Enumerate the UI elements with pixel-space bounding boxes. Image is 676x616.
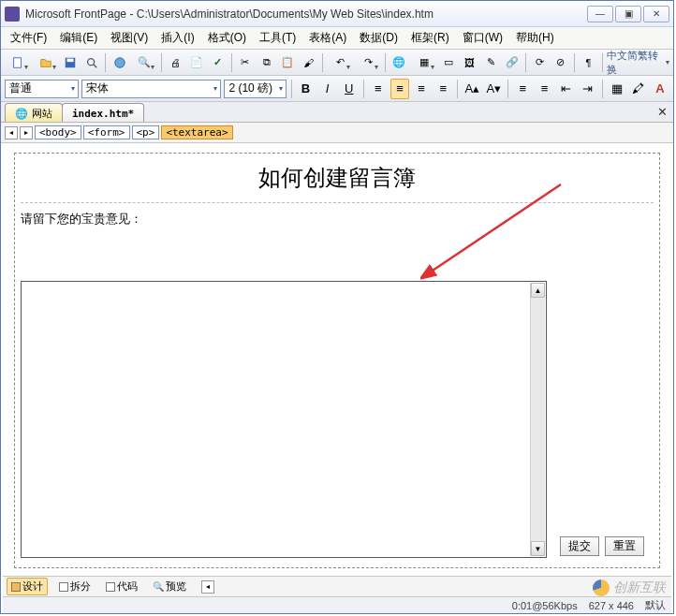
show-all-button[interactable]: ¶ (579, 52, 598, 73)
font-color-button[interactable]: A (651, 79, 669, 99)
textarea-scrollbar[interactable]: ▲ ▼ (530, 283, 545, 556)
textarea-selection[interactable]: ▲ ▼ (21, 281, 554, 558)
align-justify-button[interactable]: ≡ (434, 79, 452, 99)
print-button[interactable]: 🖨 (166, 52, 185, 73)
tab-website[interactable]: 🌐 网站 (5, 103, 63, 122)
menu-edit[interactable]: 编辑(E) (54, 28, 103, 48)
document-path: C:\Users\Administrator\Documents\My Web … (137, 7, 434, 21)
status-bar: 0:01@56Kbps 627 x 446 默认 (3, 596, 671, 613)
reset-button[interactable]: 重置 (605, 536, 644, 556)
insert-picture-button[interactable]: 🖼 (460, 52, 479, 73)
align-center-button[interactable]: ≡ (390, 79, 409, 99)
style-selector[interactable]: 普通 (5, 80, 79, 98)
separator (231, 53, 232, 72)
publish-button[interactable] (110, 52, 129, 73)
svg-point-3 (88, 58, 95, 65)
maximize-button[interactable]: ▣ (615, 6, 641, 22)
cut-button[interactable]: ✂ (236, 52, 256, 73)
outdent-button[interactable]: ⇤ (557, 79, 576, 99)
refresh-button[interactable]: ⟳ (530, 52, 550, 73)
underline-button[interactable]: U (340, 79, 359, 99)
menu-window[interactable]: 窗口(W) (457, 28, 508, 48)
italic-button[interactable]: I (318, 79, 337, 99)
indent-button[interactable]: ⇥ (579, 79, 597, 99)
standard-toolbar: 🔍 🖨 📄 ✓ ✂ ⧉ 📋 🖌 ↶ ↷ 🌐 ▦ ▭ 🖼 ✎ 🔗 ⟳ ⊘ ¶ 中文… (1, 50, 673, 76)
copy-button[interactable]: ⧉ (257, 52, 276, 73)
view-scroll-left[interactable]: ◂ (201, 580, 214, 594)
view-code[interactable]: 代码 (102, 579, 141, 594)
separator (161, 53, 162, 72)
save-button[interactable] (61, 52, 81, 73)
title-bar[interactable]: Microsoft FrontPage - C:\Users\Administr… (1, 1, 673, 27)
highlight-color-button[interactable]: 🖍 (629, 79, 648, 99)
search-button[interactable] (82, 52, 102, 73)
align-right-button[interactable]: ≡ (412, 79, 431, 99)
tag-p[interactable]: <p> (132, 125, 160, 139)
spelling-button[interactable]: ✓ (208, 52, 228, 73)
menu-format[interactable]: 格式(O) (202, 28, 252, 48)
bold-button[interactable]: B (296, 79, 315, 99)
view-preview[interactable]: 🔍预览 (149, 579, 190, 594)
web-component-button[interactable]: 🌐 (389, 52, 409, 73)
increase-font-button[interactable]: A▴ (463, 79, 481, 99)
font-size-selector[interactable]: 2 (10 磅) (224, 80, 286, 98)
menu-view[interactable]: 视图(V) (105, 28, 154, 48)
stop-button[interactable]: ⊘ (551, 52, 571, 73)
separator (291, 80, 292, 98)
menu-data[interactable]: 数据(D) (354, 28, 404, 48)
menu-table[interactable]: 表格(A) (303, 28, 352, 48)
format-painter-button[interactable]: 🖌 (299, 52, 318, 73)
application-window: Microsoft FrontPage - C:\Users\Administr… (0, 0, 674, 614)
view-design[interactable]: 设计 (7, 578, 48, 595)
menu-help[interactable]: 帮助(H) (510, 28, 560, 48)
close-button[interactable]: ✕ (643, 6, 669, 22)
numbered-list-button[interactable]: ≡ (513, 79, 532, 99)
page-heading[interactable]: 如何创建留言簿 (21, 159, 654, 203)
insert-layer-button[interactable]: ▭ (439, 52, 459, 73)
drawing-button[interactable]: ✎ (481, 52, 501, 73)
separator (525, 53, 526, 72)
bullet-list-button[interactable]: ≡ (535, 79, 553, 99)
textarea-element[interactable]: ▲ ▼ (21, 281, 547, 558)
minimize-button[interactable]: — (587, 6, 613, 22)
tag-body[interactable]: <body> (35, 125, 81, 139)
tab-index-htm[interactable]: index.htm* (62, 103, 144, 122)
decrease-font-button[interactable]: A▾ (484, 79, 503, 99)
view-split[interactable]: 拆分 (55, 579, 95, 594)
print-preview-button[interactable]: 📄 (186, 52, 206, 73)
design-canvas[interactable]: 如何创建留言簿 请留下您的宝贵意见： ▲ ▼ (3, 145, 671, 576)
separator (105, 53, 106, 72)
tag-textarea[interactable]: <textarea> (161, 125, 232, 139)
globe-icon: 🌐 (15, 108, 28, 120)
preview-browser-button[interactable]: 🔍 (131, 52, 157, 73)
paste-button[interactable]: 📋 (278, 52, 298, 73)
menu-tools[interactable]: 工具(T) (254, 28, 301, 48)
undo-button[interactable]: ↶ (327, 52, 353, 73)
nav-prev-button[interactable]: ◂ (5, 126, 18, 139)
new-button[interactable] (5, 52, 31, 73)
view-mode-bar: 设计 拆分 代码 🔍预览 ◂ (3, 576, 671, 596)
tag-selector-bar: ◂ ▸ <body> <form> <p> <textarea> (1, 123, 673, 143)
menu-insert[interactable]: 插入(I) (155, 28, 199, 48)
borders-button[interactable]: ▦ (608, 79, 626, 99)
menu-frame[interactable]: 框架(R) (405, 28, 455, 48)
form-outline: 如何创建留言簿 请留下您的宝贵意见： ▲ ▼ (14, 153, 660, 568)
align-left-button[interactable]: ≡ (369, 79, 388, 99)
scroll-down-button[interactable]: ▼ (531, 541, 545, 556)
app-name: Microsoft FrontPage (25, 7, 126, 21)
insert-table-button[interactable]: ▦ (411, 52, 437, 73)
chinese-convert-button[interactable]: 中文简繁转换 (607, 49, 664, 77)
hyperlink-button[interactable]: 🔗 (503, 52, 522, 73)
submit-button[interactable]: 提交 (560, 536, 599, 556)
font-selector[interactable]: 宋体 (81, 80, 222, 98)
open-button[interactable] (33, 52, 59, 73)
close-tab-button[interactable]: ✕ (657, 105, 668, 119)
status-speed: 0:01@56Kbps (512, 600, 578, 611)
resize-handles[interactable] (21, 558, 554, 575)
tag-form[interactable]: <form> (83, 125, 130, 139)
redo-button[interactable]: ↷ (355, 52, 381, 73)
menu-file[interactable]: 文件(F) (5, 28, 52, 48)
scroll-up-button[interactable]: ▲ (531, 283, 545, 298)
nav-next-button[interactable]: ▸ (20, 126, 33, 139)
form-prompt[interactable]: 请留下您的宝贵意见： (21, 211, 654, 227)
